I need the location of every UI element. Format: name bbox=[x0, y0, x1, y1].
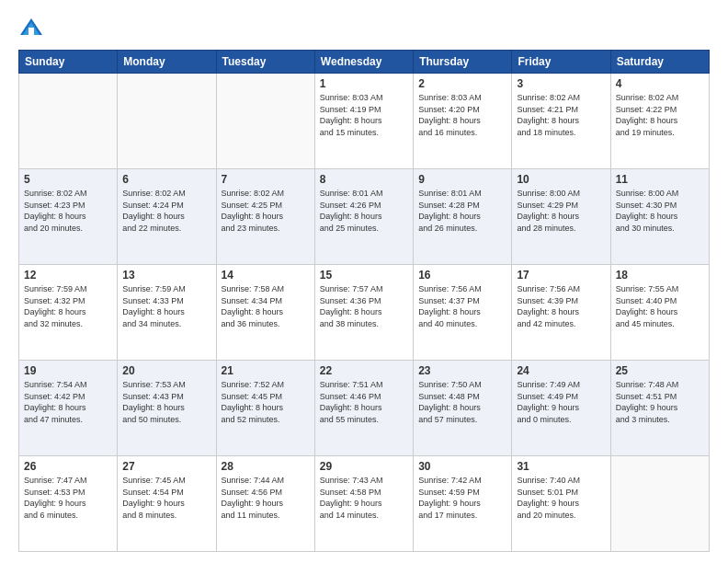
week-row-2: 5Sunrise: 8:02 AM Sunset: 4:23 PM Daylig… bbox=[19, 169, 710, 265]
day-number: 11 bbox=[616, 173, 704, 186]
page-header bbox=[18, 15, 710, 40]
day-info: Sunrise: 8:02 AM Sunset: 4:24 PM Dayligh… bbox=[122, 188, 210, 234]
day-number: 26 bbox=[24, 460, 112, 473]
calendar-cell: 19Sunrise: 7:54 AM Sunset: 4:42 PM Dayli… bbox=[19, 361, 118, 456]
day-number: 14 bbox=[222, 269, 310, 282]
day-number: 24 bbox=[517, 364, 605, 377]
weekday-header-tuesday: Tuesday bbox=[216, 51, 314, 74]
day-info: Sunrise: 8:00 AM Sunset: 4:29 PM Dayligh… bbox=[517, 188, 605, 234]
day-info: Sunrise: 7:59 AM Sunset: 4:32 PM Dayligh… bbox=[24, 283, 112, 329]
day-info: Sunrise: 7:40 AM Sunset: 5:01 PM Dayligh… bbox=[517, 475, 605, 521]
day-info: Sunrise: 8:03 AM Sunset: 4:20 PM Dayligh… bbox=[418, 92, 506, 138]
calendar-cell: 1Sunrise: 8:03 AM Sunset: 4:19 PM Daylig… bbox=[314, 74, 413, 169]
calendar-cell: 18Sunrise: 7:55 AM Sunset: 4:40 PM Dayli… bbox=[610, 265, 709, 361]
calendar-cell: 27Sunrise: 7:45 AM Sunset: 4:54 PM Dayli… bbox=[118, 456, 216, 552]
calendar-cell bbox=[610, 456, 709, 552]
calendar-cell: 21Sunrise: 7:52 AM Sunset: 4:45 PM Dayli… bbox=[216, 361, 314, 456]
day-info: Sunrise: 7:47 AM Sunset: 4:53 PM Dayligh… bbox=[24, 475, 112, 521]
day-number: 22 bbox=[320, 364, 408, 377]
weekday-header-sunday: Sunday bbox=[19, 51, 118, 74]
day-number: 29 bbox=[320, 460, 408, 473]
day-number: 6 bbox=[122, 173, 210, 186]
day-info: Sunrise: 8:02 AM Sunset: 4:21 PM Dayligh… bbox=[517, 92, 605, 138]
day-number: 31 bbox=[517, 460, 605, 473]
calendar-cell: 7Sunrise: 8:02 AM Sunset: 4:25 PM Daylig… bbox=[216, 169, 314, 265]
calendar-cell: 29Sunrise: 7:43 AM Sunset: 4:58 PM Dayli… bbox=[314, 456, 413, 552]
day-info: Sunrise: 7:44 AM Sunset: 4:56 PM Dayligh… bbox=[222, 475, 310, 521]
calendar-cell: 13Sunrise: 7:59 AM Sunset: 4:33 PM Dayli… bbox=[118, 265, 216, 361]
week-row-4: 19Sunrise: 7:54 AM Sunset: 4:42 PM Dayli… bbox=[19, 361, 710, 456]
weekday-header-thursday: Thursday bbox=[414, 51, 512, 74]
calendar-cell: 20Sunrise: 7:53 AM Sunset: 4:43 PM Dayli… bbox=[118, 361, 216, 456]
day-number: 17 bbox=[517, 269, 605, 282]
week-row-1: 1Sunrise: 8:03 AM Sunset: 4:19 PM Daylig… bbox=[19, 74, 710, 169]
day-info: Sunrise: 7:49 AM Sunset: 4:49 PM Dayligh… bbox=[517, 379, 605, 425]
day-number: 10 bbox=[517, 173, 605, 186]
calendar-cell: 30Sunrise: 7:42 AM Sunset: 4:59 PM Dayli… bbox=[414, 456, 512, 552]
weekday-header-saturday: Saturday bbox=[610, 51, 709, 74]
calendar-cell: 11Sunrise: 8:00 AM Sunset: 4:30 PM Dayli… bbox=[610, 169, 709, 265]
day-number: 30 bbox=[418, 460, 506, 473]
day-info: Sunrise: 7:52 AM Sunset: 4:45 PM Dayligh… bbox=[222, 379, 310, 425]
day-number: 21 bbox=[222, 364, 310, 377]
day-number: 7 bbox=[222, 173, 310, 186]
calendar-cell: 26Sunrise: 7:47 AM Sunset: 4:53 PM Dayli… bbox=[19, 456, 118, 552]
day-number: 1 bbox=[320, 77, 408, 90]
calendar-cell: 14Sunrise: 7:58 AM Sunset: 4:34 PM Dayli… bbox=[216, 265, 314, 361]
day-info: Sunrise: 7:50 AM Sunset: 4:48 PM Dayligh… bbox=[418, 379, 506, 425]
day-info: Sunrise: 8:01 AM Sunset: 4:28 PM Dayligh… bbox=[418, 188, 506, 234]
logo bbox=[18, 15, 48, 40]
day-info: Sunrise: 7:54 AM Sunset: 4:42 PM Dayligh… bbox=[24, 379, 112, 425]
day-info: Sunrise: 7:48 AM Sunset: 4:51 PM Dayligh… bbox=[616, 379, 704, 425]
day-info: Sunrise: 7:56 AM Sunset: 4:37 PM Dayligh… bbox=[418, 283, 506, 329]
calendar-cell: 4Sunrise: 8:02 AM Sunset: 4:22 PM Daylig… bbox=[610, 74, 709, 169]
day-info: Sunrise: 7:51 AM Sunset: 4:46 PM Dayligh… bbox=[320, 379, 408, 425]
calendar-cell: 16Sunrise: 7:56 AM Sunset: 4:37 PM Dayli… bbox=[414, 265, 512, 361]
day-number: 19 bbox=[24, 364, 112, 377]
calendar-cell: 2Sunrise: 8:03 AM Sunset: 4:20 PM Daylig… bbox=[414, 74, 512, 169]
calendar-cell: 22Sunrise: 7:51 AM Sunset: 4:46 PM Dayli… bbox=[314, 361, 413, 456]
day-number: 9 bbox=[418, 173, 506, 186]
day-number: 23 bbox=[418, 364, 506, 377]
day-info: Sunrise: 8:00 AM Sunset: 4:30 PM Dayligh… bbox=[616, 188, 704, 234]
calendar-cell bbox=[118, 74, 216, 169]
calendar-cell: 24Sunrise: 7:49 AM Sunset: 4:49 PM Dayli… bbox=[512, 361, 610, 456]
week-row-3: 12Sunrise: 7:59 AM Sunset: 4:32 PM Dayli… bbox=[19, 265, 710, 361]
calendar-cell: 10Sunrise: 8:00 AM Sunset: 4:29 PM Dayli… bbox=[512, 169, 610, 265]
svg-rect-2 bbox=[28, 28, 34, 35]
day-number: 18 bbox=[616, 269, 704, 282]
calendar-cell: 3Sunrise: 8:02 AM Sunset: 4:21 PM Daylig… bbox=[512, 74, 610, 169]
day-info: Sunrise: 7:45 AM Sunset: 4:54 PM Dayligh… bbox=[122, 475, 210, 521]
day-info: Sunrise: 8:02 AM Sunset: 4:23 PM Dayligh… bbox=[24, 188, 112, 234]
day-number: 12 bbox=[24, 269, 112, 282]
weekday-header-wednesday: Wednesday bbox=[314, 51, 413, 74]
day-number: 25 bbox=[616, 364, 704, 377]
week-row-5: 26Sunrise: 7:47 AM Sunset: 4:53 PM Dayli… bbox=[19, 456, 710, 552]
day-info: Sunrise: 8:02 AM Sunset: 4:25 PM Dayligh… bbox=[222, 188, 310, 234]
calendar-cell: 5Sunrise: 8:02 AM Sunset: 4:23 PM Daylig… bbox=[19, 169, 118, 265]
day-info: Sunrise: 7:42 AM Sunset: 4:59 PM Dayligh… bbox=[418, 475, 506, 521]
day-info: Sunrise: 7:57 AM Sunset: 4:36 PM Dayligh… bbox=[320, 283, 408, 329]
logo-icon bbox=[18, 15, 44, 40]
calendar-cell: 8Sunrise: 8:01 AM Sunset: 4:26 PM Daylig… bbox=[314, 169, 413, 265]
calendar-cell: 17Sunrise: 7:56 AM Sunset: 4:39 PM Dayli… bbox=[512, 265, 610, 361]
day-info: Sunrise: 7:59 AM Sunset: 4:33 PM Dayligh… bbox=[122, 283, 210, 329]
day-number: 27 bbox=[122, 460, 210, 473]
calendar-cell: 15Sunrise: 7:57 AM Sunset: 4:36 PM Dayli… bbox=[314, 265, 413, 361]
day-info: Sunrise: 7:43 AM Sunset: 4:58 PM Dayligh… bbox=[320, 475, 408, 521]
calendar-cell bbox=[216, 74, 314, 169]
calendar-cell bbox=[19, 74, 118, 169]
day-number: 4 bbox=[616, 77, 704, 90]
day-info: Sunrise: 7:56 AM Sunset: 4:39 PM Dayligh… bbox=[517, 283, 605, 329]
calendar-cell: 9Sunrise: 8:01 AM Sunset: 4:28 PM Daylig… bbox=[414, 169, 512, 265]
weekday-header-monday: Monday bbox=[118, 51, 216, 74]
day-number: 8 bbox=[320, 173, 408, 186]
calendar-cell: 25Sunrise: 7:48 AM Sunset: 4:51 PM Dayli… bbox=[610, 361, 709, 456]
day-info: Sunrise: 7:55 AM Sunset: 4:40 PM Dayligh… bbox=[616, 283, 704, 329]
weekday-header-row: SundayMondayTuesdayWednesdayThursdayFrid… bbox=[19, 51, 710, 74]
day-number: 13 bbox=[122, 269, 210, 282]
day-number: 3 bbox=[517, 77, 605, 90]
day-info: Sunrise: 8:03 AM Sunset: 4:19 PM Dayligh… bbox=[320, 92, 408, 138]
day-info: Sunrise: 8:01 AM Sunset: 4:26 PM Dayligh… bbox=[320, 188, 408, 234]
day-number: 20 bbox=[122, 364, 210, 377]
